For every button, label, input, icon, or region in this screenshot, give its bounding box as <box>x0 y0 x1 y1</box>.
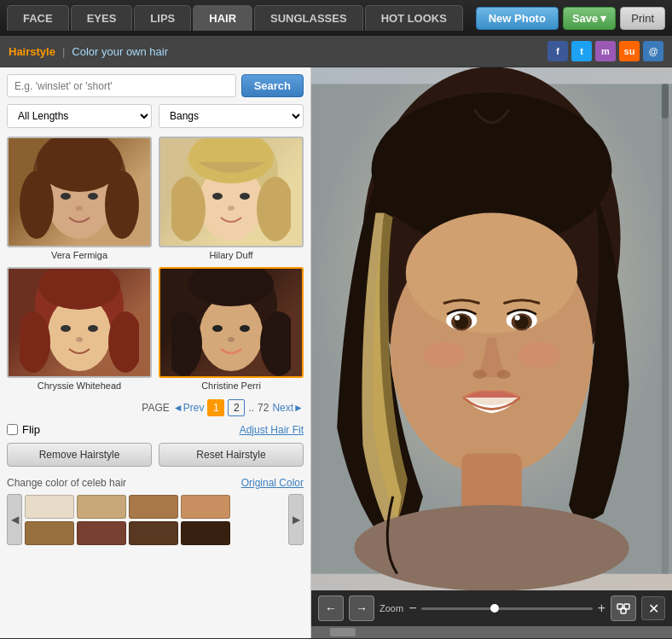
color-section-title: Change color of celeb hair <box>7 477 126 489</box>
tab-hair[interactable]: HAIR <box>193 5 252 31</box>
adjust-hair-fit-link[interactable]: Adjust Hair Fit <box>240 424 304 436</box>
tab-face[interactable]: FACE <box>7 5 69 31</box>
new-photo-button[interactable]: New Photo <box>476 7 559 30</box>
face-photo-svg <box>311 67 672 590</box>
hairstyle-label-chryssie: Chryssie Whitehead <box>7 380 152 391</box>
length-filter[interactable]: All Lengths <box>7 104 152 128</box>
svg-point-6 <box>88 193 98 200</box>
flip-label-text: Flip <box>22 423 40 436</box>
color-swatch-2[interactable] <box>77 495 126 519</box>
hairstyle-item-hilary[interactable]: Hilary Duff <box>159 137 304 260</box>
main-layout: Search All Lengths Bangs <box>0 67 672 638</box>
svg-point-21 <box>61 325 71 332</box>
svg-point-31 <box>228 337 235 342</box>
filter-row: All Lengths Bangs <box>7 104 304 128</box>
flip-row: Flip Adjust Hair Fit <box>7 423 304 436</box>
color-swatches: ◀ ▶ <box>7 494 304 545</box>
hairstyle-label-christine: Christine Perri <box>159 380 304 391</box>
tab-lips[interactable]: LIPS <box>134 5 191 31</box>
svg-point-47 <box>515 315 520 320</box>
page-ellipsis: .. <box>248 402 254 414</box>
twitter-icon[interactable]: t <box>571 41 592 61</box>
hairstyle-image-christine[interactable] <box>159 267 304 378</box>
hairstyle-image-chryssie[interactable] <box>7 267 152 378</box>
prev-page-button[interactable]: ◄Prev <box>173 402 205 414</box>
subnav-hairstyle[interactable]: Hairstyle <box>9 45 55 58</box>
tab-hot-looks[interactable]: HOT LOOKS <box>365 5 463 31</box>
color-swatch-5[interactable] <box>25 521 74 545</box>
color-swatch-1[interactable] <box>25 495 74 519</box>
zoom-minus-button[interactable]: − <box>408 601 416 616</box>
svg-point-14 <box>240 193 250 200</box>
horizontal-scrollbar[interactable] <box>311 626 672 638</box>
hairstyle-item-christine[interactable]: Christine Perri <box>159 267 304 391</box>
zoom-handle[interactable] <box>490 604 499 613</box>
zoom-label: Zoom <box>379 603 403 613</box>
flip-checkbox-label[interactable]: Flip <box>7 423 40 436</box>
style-filter[interactable]: Bangs <box>159 104 304 128</box>
pan-left-button[interactable]: ← <box>318 595 344 621</box>
zoom-slider[interactable] <box>421 607 592 610</box>
photo-toolbar: ← → Zoom − + ✕ <box>311 590 672 626</box>
pan-right-button[interactable]: → <box>349 595 374 621</box>
subnav-color-own-hair[interactable]: Color your own hair <box>72 45 168 58</box>
next-page-button[interactable]: Next► <box>272 402 304 414</box>
color-swatch-3[interactable] <box>129 495 178 519</box>
email-icon[interactable]: @ <box>643 41 663 61</box>
left-panel: Search All Lengths Bangs <box>0 67 311 638</box>
remove-hairstyle-button[interactable]: Remove Hairstyle <box>7 443 152 467</box>
svg-point-7 <box>76 206 83 211</box>
page-1-button[interactable]: 1 <box>207 399 224 416</box>
color-swatch-7[interactable] <box>129 521 178 545</box>
svg-point-25 <box>200 296 263 371</box>
search-row: Search <box>7 74 304 97</box>
hairstyle-image-hilary[interactable] <box>159 137 304 247</box>
color-section-header: Change color of celeb hair Original Colo… <box>7 477 304 489</box>
stumbleupon-icon[interactable]: su <box>619 41 640 61</box>
hairstyle-label-vera: Vera Fermiga <box>7 250 152 260</box>
zoom-bar-container <box>421 607 592 610</box>
color-swatch-4[interactable] <box>181 495 230 519</box>
right-panel: ← → Zoom − + ✕ <box>311 67 672 638</box>
hairstyle-image-vera[interactable] <box>7 137 152 247</box>
top-actions: New Photo Save ▾ Print <box>476 7 665 30</box>
hairstyle-item-vera[interactable]: Vera Fermiga <box>7 137 152 260</box>
color-swatch-6[interactable] <box>77 521 126 545</box>
svg-point-5 <box>61 193 71 200</box>
myspace-icon[interactable]: m <box>595 41 616 61</box>
page-2-button[interactable]: 2 <box>228 399 245 416</box>
svg-rect-53 <box>662 84 669 118</box>
hairstyle-label-hilary: Hilary Duff <box>159 250 304 260</box>
svg-point-49 <box>497 370 511 379</box>
svg-point-51 <box>518 342 560 368</box>
reset-hairstyle-button[interactable]: Reset Hairstyle <box>159 443 304 467</box>
photo-area <box>311 67 672 590</box>
save-button[interactable]: Save ▾ <box>563 7 616 30</box>
swatch-row-1 <box>25 495 286 519</box>
svg-point-23 <box>76 337 83 342</box>
face-fit-button[interactable] <box>611 595 636 621</box>
svg-point-38 <box>354 505 629 590</box>
color-swatch-8[interactable] <box>181 521 230 545</box>
svg-point-29 <box>212 325 223 332</box>
swatches-next-button[interactable]: ▶ <box>288 494 304 545</box>
pagination: PAGE ◄Prev 1 2 .. 72 Next► <box>7 399 304 416</box>
search-input[interactable] <box>7 74 236 97</box>
original-color-link[interactable]: Original Color <box>241 477 304 489</box>
print-button[interactable]: Print <box>620 7 665 30</box>
svg-point-13 <box>212 193 223 200</box>
tab-eyes[interactable]: EYES <box>71 5 133 31</box>
hairstyle-item-chryssie[interactable]: Chryssie Whitehead <box>7 267 152 391</box>
zoom-plus-button[interactable]: + <box>598 601 605 616</box>
search-button[interactable]: Search <box>241 74 304 97</box>
facebook-icon[interactable]: f <box>547 41 568 61</box>
swatches-prev-button[interactable]: ◀ <box>7 494 22 545</box>
chevron-down-icon: ▾ <box>600 12 606 25</box>
svg-point-50 <box>423 342 466 368</box>
h-scroll-handle[interactable] <box>330 628 356 636</box>
tab-sunglasses[interactable]: SUNGLASSES <box>254 5 363 31</box>
page-label: PAGE <box>142 402 169 414</box>
svg-point-43 <box>455 315 460 320</box>
flip-checkbox[interactable] <box>7 424 18 435</box>
close-photo-button[interactable]: ✕ <box>641 596 665 620</box>
